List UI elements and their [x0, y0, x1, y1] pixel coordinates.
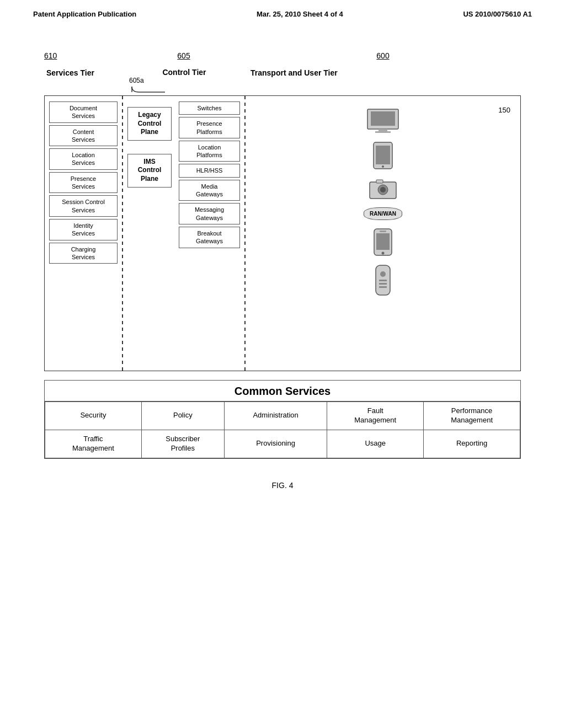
transport-tier-column: 150 [246, 96, 520, 371]
control-location-platforms: LocationPlatforms [179, 141, 240, 162]
control-columns: LegacyControlPlane IMSControlPlane Switc… [127, 101, 240, 365]
tier-610-label: 610 [44, 51, 57, 60]
desktop-icon [365, 107, 401, 133]
tablet-icon [372, 141, 393, 170]
control-presence-platforms: PresencePlatforms [179, 117, 240, 138]
svg-rect-15 [380, 231, 386, 232]
svg-rect-11 [376, 180, 383, 183]
svg-rect-6 [376, 146, 390, 164]
control-breakout-gateways: BreakoutGateways [179, 227, 240, 248]
ims-control-plane: IMSControlPlane [127, 154, 172, 188]
control-tier-column: LegacyControlPlane IMSControlPlane Switc… [123, 96, 244, 371]
common-services-table: Security Policy Administration FaultMana… [45, 402, 520, 458]
remote-icon [375, 264, 391, 296]
device-150-label: 150 [498, 106, 510, 114]
svg-rect-18 [379, 280, 387, 281]
tier-title-row: Services Tier Control Tier 605a Transpor… [44, 66, 521, 94]
page-header: Patent Application Publication Mar. 25, … [0, 0, 565, 18]
common-services-row1: Security Policy Administration FaultMana… [45, 402, 520, 430]
phone-icon [372, 228, 394, 256]
header-right: US 2010/0075610 A1 [463, 10, 532, 18]
cs-provisioning: Provisioning [224, 430, 327, 458]
svg-point-17 [380, 271, 386, 277]
header-left: Patent Application Publication [33, 10, 136, 18]
service-document: DocumentServices [49, 101, 118, 123]
svg-rect-13 [376, 233, 390, 250]
cs-administration: Administration [224, 402, 327, 430]
services-tier-name: Services Tier [44, 66, 122, 94]
svg-rect-2 [371, 111, 395, 126]
main-content: 610 605 600 Services Tier Control Tier 6… [0, 18, 565, 512]
control-messaging-gateways: MessagingGateways [179, 203, 240, 224]
control-tier-title: Control Tier [162, 68, 206, 77]
svg-point-14 [382, 252, 385, 255]
svg-rect-19 [379, 283, 387, 285]
cs-reporting: Reporting [424, 430, 520, 458]
tier-600-cell: 600 [245, 51, 521, 60]
control-items: Switches PresencePlatforms LocationPlatf… [179, 101, 240, 365]
transport-tier-name: Transport and User Tier [246, 66, 521, 94]
cs-traffic-management: TrafficManagement [45, 430, 142, 458]
services-tier-column: DocumentServices ContentServices Locatio… [45, 96, 122, 371]
control-hlr-hss: HLR/HSS [179, 164, 240, 177]
camera-icon [369, 178, 397, 200]
common-services-section: Common Services Security Policy Administ… [44, 380, 521, 459]
tier-600-label: 600 [376, 51, 389, 60]
svg-rect-20 [379, 286, 387, 288]
control-media-gateways: MediaGateways [179, 180, 240, 201]
tier-610-cell: 610 [44, 51, 122, 60]
ran-wan-cloud: RAN/WAN [364, 207, 402, 220]
services-tier-title: Services Tier [46, 68, 94, 77]
common-services-row2: TrafficManagement SubscriberProfiles Pro… [45, 430, 520, 458]
service-session-control: Session ControlServices [49, 195, 118, 217]
header-middle: Mar. 25, 2010 Sheet 4 of 4 [257, 10, 343, 18]
legacy-control-plane: LegacyControlPlane [127, 107, 172, 141]
transport-tier-title: Transport and User Tier [250, 68, 338, 77]
control-tier-name: Control Tier 605a [124, 66, 245, 94]
605a-label-area: 605a [129, 77, 168, 94]
svg-rect-3 [379, 129, 387, 131]
fig-label: FIG. 4 [44, 481, 521, 490]
cs-performance-management: PerformanceManagement [424, 402, 520, 430]
tier-605-label: 605 [177, 51, 190, 60]
control-switches: Switches [179, 101, 240, 115]
diagram-wrapper: Services Tier Control Tier 605a Transpor… [44, 66, 521, 459]
transport-devices-area: 150 [250, 101, 516, 296]
cs-usage: Usage [327, 430, 424, 458]
service-location: LocationServices [49, 148, 118, 170]
service-content: ContentServices [49, 125, 118, 147]
common-services-title: Common Services [45, 381, 520, 402]
service-charging: ChargingServices [49, 243, 118, 264]
diagram-area: DocumentServices ContentServices Locatio… [44, 95, 521, 371]
cs-policy: Policy [141, 402, 224, 430]
605a-bracket-svg [129, 84, 168, 94]
tier-605-cell: 605 [122, 51, 245, 60]
svg-point-7 [382, 165, 384, 168]
605a-label: 605a [129, 77, 144, 84]
svg-rect-4 [375, 131, 391, 133]
svg-point-10 [380, 187, 386, 192]
tier-labels-row: 610 605 600 [44, 51, 521, 60]
cs-fault-management: FaultManagement [327, 402, 424, 430]
cs-security: Security [45, 402, 142, 430]
service-identity: IdentityServices [49, 219, 118, 240]
control-planes: LegacyControlPlane IMSControlPlane [127, 101, 174, 365]
cs-subscriber-profiles: SubscriberProfiles [141, 430, 224, 458]
service-presence: PresenceServices [49, 172, 118, 194]
